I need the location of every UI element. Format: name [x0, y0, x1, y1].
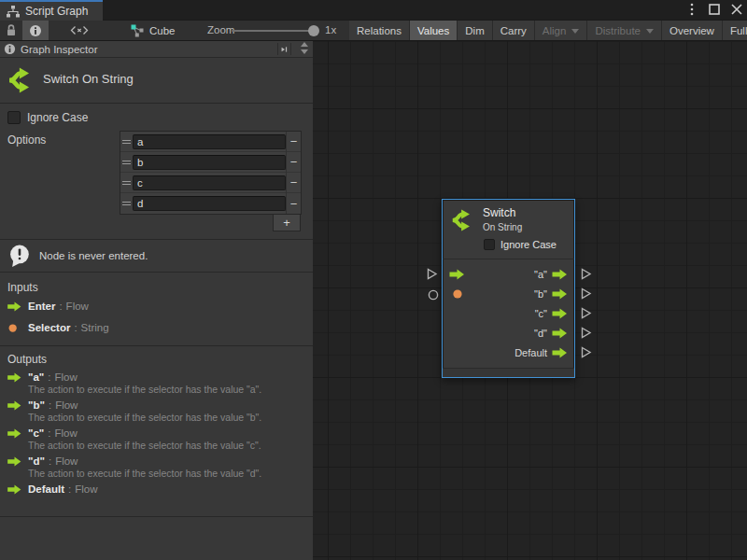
code-view-button[interactable]	[52, 21, 106, 40]
port-name: "a"	[28, 371, 44, 383]
graph-owner-label: Cube	[149, 25, 176, 36]
port-name: Enter	[28, 301, 55, 312]
flow-output-stub-icon[interactable]	[581, 287, 592, 300]
window-controls	[685, 0, 743, 19]
flow-output-stub-icon[interactable]	[581, 268, 592, 280]
panel-scroll-spinner[interactable]	[301, 42, 308, 54]
port-name: "c"	[28, 427, 44, 439]
flow-arrow-icon	[7, 400, 21, 411]
option-input[interactable]	[133, 155, 286, 170]
option-input[interactable]	[133, 196, 286, 211]
align-dropdown[interactable]: Align	[535, 21, 588, 40]
string-input-port-icon[interactable]	[452, 288, 463, 300]
drag-handle[interactable]	[120, 202, 133, 205]
dim-button[interactable]: Dim	[458, 21, 492, 40]
arrow-down-icon[interactable]	[301, 49, 308, 54]
info-icon	[4, 43, 16, 55]
option-input[interactable]	[133, 134, 286, 149]
remove-option-button[interactable]: −	[286, 132, 301, 152]
overview-button[interactable]: Overview	[662, 21, 723, 40]
values-button[interactable]: Values	[410, 21, 458, 40]
flow-output-port-icon[interactable]	[552, 347, 568, 358]
port-label: "a"	[534, 269, 547, 280]
dock-icon	[281, 45, 288, 54]
option-row: −	[120, 132, 301, 152]
port-label: "c"	[535, 308, 547, 319]
flow-input-stub-icon[interactable]	[427, 268, 438, 280]
flow-output-port-icon[interactable]	[552, 308, 568, 319]
port-row: "c"	[443, 303, 574, 323]
port-description: The action to execute if the selector ha…	[28, 468, 306, 480]
port-type: Flow	[75, 483, 97, 495]
drag-handle[interactable]	[120, 161, 133, 164]
lock-button[interactable]	[0, 21, 22, 40]
script-graph-window: Script Graph	[0, 0, 747, 560]
menu-icon[interactable]	[685, 3, 698, 16]
switch-on-string-node[interactable]: Switch On String Ignore Case "a"	[442, 199, 575, 378]
flow-input-port-icon[interactable]	[449, 269, 465, 280]
flow-output-stub-icon[interactable]	[581, 346, 592, 358]
code-icon	[70, 25, 89, 35]
ignore-case-checkbox[interactable]	[7, 111, 21, 124]
add-option-button[interactable]: +	[273, 214, 301, 231]
node-ignore-case-checkbox[interactable]	[484, 239, 495, 250]
tab-label: Script Graph	[25, 5, 88, 18]
drag-handle[interactable]	[120, 181, 133, 185]
option-input[interactable]	[133, 175, 286, 190]
close-icon[interactable]	[730, 3, 743, 16]
node-footer	[443, 368, 574, 377]
input-port-item: Enter : Flow	[7, 301, 89, 312]
inspector-toggle-button[interactable]	[22, 21, 49, 40]
port-label: "b"	[534, 288, 547, 300]
relations-button[interactable]: Relations	[349, 21, 410, 40]
unit-title-block: Switch On String	[0, 58, 313, 104]
node-header[interactable]: Switch On String Ignore Case	[443, 200, 574, 259]
tab-script-graph[interactable]: Script Graph	[0, 0, 103, 21]
remove-option-button[interactable]: −	[286, 152, 301, 173]
output-port-item: Default : Flow	[7, 483, 306, 495]
flow-output-port-icon[interactable]	[552, 328, 568, 339]
port-row: "a"	[443, 264, 574, 284]
port-description: The action to execute if the selector ha…	[28, 412, 306, 424]
zoom-label: Zoom	[207, 24, 234, 35]
zoom-slider[interactable]	[232, 21, 321, 40]
graph-owner-button[interactable]: Cube	[131, 21, 176, 40]
output-port-item: "a" : Flow The action to execute if the …	[7, 371, 306, 396]
remove-option-button[interactable]: −	[286, 173, 301, 193]
zoom-slider-handle[interactable]	[308, 25, 319, 36]
fullscreen-button[interactable]: Full Screen	[723, 21, 747, 40]
toolbar-button-group: Relations Values Dim Carry Align Distrib…	[349, 21, 747, 40]
inspector-title: Graph Inspector	[21, 44, 97, 55]
drag-handle[interactable]	[120, 140, 133, 144]
tab-bar: Script Graph	[0, 0, 747, 21]
port-name: Default	[28, 483, 64, 495]
input-port-item: Selector : String	[7, 322, 109, 333]
divider	[0, 345, 313, 346]
arrow-up-icon[interactable]	[301, 42, 308, 47]
flow-output-stub-icon[interactable]	[581, 327, 592, 339]
flow-arrow-icon	[7, 372, 21, 383]
dock-panel-button[interactable]	[277, 43, 291, 55]
port-type: Flow	[55, 399, 78, 411]
flow-arrow-icon	[7, 484, 21, 495]
divider	[0, 516, 313, 517]
flow-output-port-icon[interactable]	[552, 269, 568, 280]
ignore-case-label: Ignore Case	[27, 111, 88, 124]
output-port-item: "b" : Flow The action to execute if the …	[7, 399, 306, 424]
flow-output-stub-icon[interactable]	[581, 307, 592, 319]
distribute-dropdown[interactable]: Distribute	[587, 21, 662, 40]
output-port-item: "c" : Flow The action to execute if the …	[7, 427, 306, 452]
carry-button[interactable]: Carry	[493, 21, 535, 40]
flow-output-port-icon[interactable]	[552, 288, 568, 300]
port-description: The action to execute if the selector ha…	[28, 440, 306, 452]
remove-option-button[interactable]: −	[286, 193, 301, 214]
zoom-slider-track	[232, 30, 317, 32]
node-ignore-case-label: Ignore Case	[500, 239, 557, 250]
graph-canvas[interactable]: Switch On String Ignore Case "a"	[313, 41, 747, 560]
node-subtitle: On String	[483, 222, 522, 232]
port-name: Selector	[28, 322, 70, 333]
value-input-stub-icon[interactable]	[428, 289, 439, 301]
port-type: Flow	[55, 371, 78, 383]
maximize-icon[interactable]	[708, 3, 721, 16]
option-row: −	[120, 193, 301, 214]
